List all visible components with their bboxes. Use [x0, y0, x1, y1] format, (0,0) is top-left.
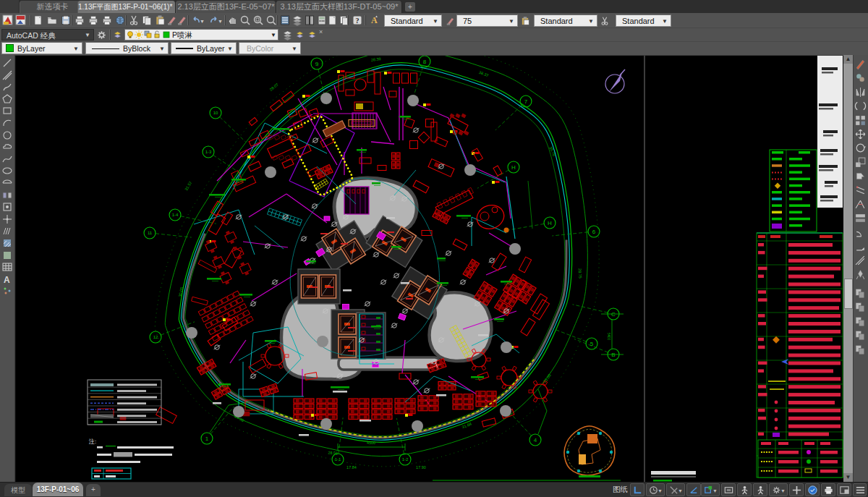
svg-text:17.90: 17.90 [416, 465, 426, 470]
svg-text:28.56: 28.56 [328, 450, 338, 455]
svg-text:?: ? [356, 17, 359, 25]
svg-text:A: A [4, 275, 10, 285]
svg-text:17.84: 17.84 [346, 465, 357, 470]
svg-text:H: H [511, 164, 516, 171]
svg-text:8: 8 [423, 59, 427, 65]
svg-text:28.75: 28.75 [578, 268, 583, 279]
svg-text:4500: 4500 [367, 441, 375, 445]
svg-text:1-2: 1-2 [402, 457, 409, 462]
svg-text:4: 4 [534, 437, 537, 443]
svg-text:1: 1 [205, 436, 209, 442]
svg-text:1-3: 1-3 [205, 150, 212, 154]
svg-text:11: 11 [148, 231, 153, 235]
svg-text:1-4: 1-4 [172, 213, 179, 217]
svg-text:注:: 注: [88, 438, 96, 445]
svg-text:10: 10 [213, 111, 218, 115]
svg-text:7: 7 [524, 98, 528, 105]
svg-text:5400: 5400 [607, 333, 610, 341]
svg-text:H: H [548, 220, 552, 226]
svg-text:1-1: 1-1 [335, 457, 341, 462]
svg-text:5: 5 [590, 341, 594, 347]
svg-text:12: 12 [153, 335, 158, 339]
svg-text:9: 9 [315, 61, 319, 67]
svg-text:6: 6 [592, 229, 596, 235]
